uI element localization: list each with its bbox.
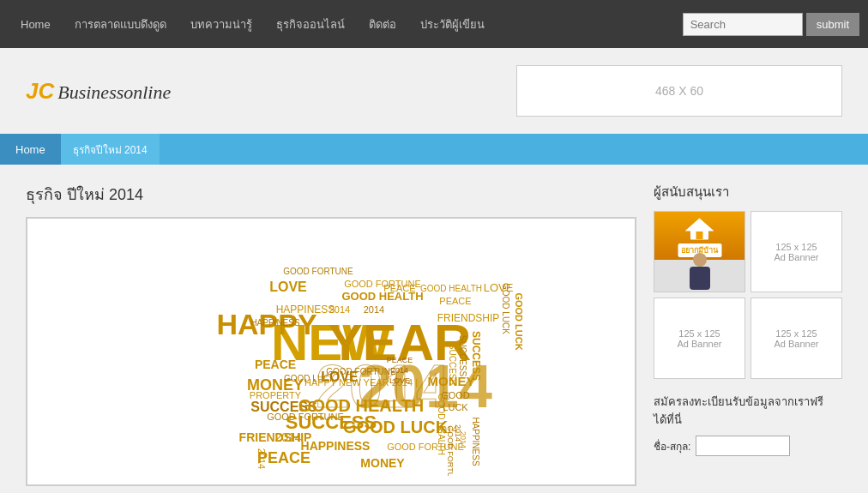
- newsletter-section: สมัครลงทะเบียนรับข้อมูลจากเราฟรีได้ที่นี…: [654, 393, 842, 456]
- ad-banner-featured[interactable]: อยากมีบ้าน: [654, 211, 745, 292]
- svg-text:SUCCESS: SUCCESS: [458, 335, 467, 377]
- nav-articles[interactable]: บทความน่ารู้: [178, 0, 264, 48]
- svg-text:HAPPINESS: HAPPINESS: [301, 439, 371, 453]
- nav-contact[interactable]: ติดต่อ: [357, 0, 408, 48]
- svg-text:2014: 2014: [391, 366, 408, 375]
- svg-text:GOOD FORTUNE: GOOD FORTUNE: [344, 279, 421, 289]
- svg-text:2014: 2014: [256, 448, 267, 469]
- svg-text:GOOD FORTUNE: GOOD FORTUNE: [446, 425, 455, 476]
- svg-text:GOOD LUCK: GOOD LUCK: [514, 292, 524, 350]
- logo-text: Businessonline: [57, 81, 171, 104]
- new-year-word-cloud: NEW YEAR HAPPY 2014 2014 GOOD HEALTH GOO…: [134, 227, 528, 476]
- svg-text:LOVE: LOVE: [389, 376, 410, 385]
- svg-text:2014: 2014: [329, 304, 350, 315]
- breadcrumb-home[interactable]: Home: [0, 134, 61, 165]
- breadcrumb-current[interactable]: ธุรกิจปีใหม่ 2014: [61, 134, 160, 165]
- logo-area: JC Businessonline: [26, 78, 171, 105]
- svg-text:HAPPINESS: HAPPINESS: [276, 304, 335, 316]
- ad-banner-1[interactable]: 125 x 125Ad Banner: [750, 211, 842, 292]
- search-input[interactable]: [683, 13, 803, 36]
- svg-text:PROPERTY: PROPERTY: [250, 390, 302, 400]
- svg-text:MONEY: MONEY: [360, 456, 405, 470]
- svg-text:GOOD FORTUNE: GOOD FORTUNE: [326, 367, 396, 376]
- ad-banner-2[interactable]: 125 x 125Ad Banner: [654, 298, 745, 379]
- left-column: ธุรกิจ ปีใหม่ 2014 NEW YEAR HAPPY 2014: [26, 182, 636, 486]
- svg-point-59: [693, 253, 707, 267]
- right-column: ผู้สนับสนุนเรา อยากม: [654, 182, 842, 486]
- svg-text:PEACE: PEACE: [255, 358, 296, 371]
- svg-text:2014: 2014: [459, 431, 467, 448]
- breadcrumb-bar: Home ธุรกิจปีใหม่ 2014: [0, 134, 868, 165]
- sidebar-sponsor-title: ผู้สนับสนุนเรา: [654, 182, 842, 202]
- page-wrapper: Home การตลาดแบบดึงดูด บทความน่ารู้ ธุรกิ…: [0, 0, 868, 493]
- svg-text:2014: 2014: [364, 304, 384, 315]
- page-title: ธุรกิจ ปีใหม่ 2014: [26, 182, 636, 207]
- navbar-right: submit: [683, 13, 859, 36]
- svg-text:GOOD HEALTH: GOOD HEALTH: [420, 284, 482, 293]
- svg-text:GOOD FORTUNE: GOOD FORTUNE: [283, 267, 353, 276]
- newsletter-name-label: ชื่อ-สกุล:: [654, 438, 690, 454]
- svg-text:MONEY: MONEY: [427, 374, 474, 388]
- newsletter-name-input[interactable]: [696, 436, 790, 456]
- header-section: JC Businessonline 468 X 60: [0, 48, 868, 134]
- svg-rect-60: [690, 267, 710, 290]
- main-area: JC Businessonline 468 X 60 Home ธุรกิจปี…: [0, 48, 868, 493]
- logo-jc: JC: [26, 78, 54, 105]
- newsletter-title: สมัครลงทะเบียนรับข้อมูลจากเราฟรีได้ที่นี…: [654, 393, 842, 429]
- svg-text:FRIENDSHIP: FRIENDSHIP: [437, 312, 500, 324]
- submit-button[interactable]: submit: [806, 13, 859, 36]
- svg-text:HAPPINESS: HAPPINESS: [250, 318, 300, 328]
- nav-profile[interactable]: ประวัติผู้เขียน: [408, 0, 497, 48]
- svg-text:PEACE: PEACE: [387, 356, 413, 364]
- nav-business[interactable]: ธุรกิจออนไลน์: [264, 0, 357, 48]
- svg-text:GOOD HEALTH: GOOD HEALTH: [437, 394, 446, 455]
- article-image-box: NEW YEAR HAPPY 2014 2014 GOOD HEALTH GOO…: [26, 217, 636, 486]
- newsletter-name-field: ชื่อ-สกุล:: [654, 436, 842, 456]
- svg-text:HAPPINESS: HAPPINESS: [471, 417, 480, 466]
- svg-text:PEACE: PEACE: [439, 296, 471, 306]
- svg-text:LOVE: LOVE: [269, 280, 307, 294]
- svg-rect-58: [696, 231, 703, 239]
- svg-text:GOOD HEALTH: GOOD HEALTH: [298, 396, 424, 415]
- banner-468[interactable]: 468 X 60: [516, 65, 842, 117]
- content-section: ธุรกิจ ปีใหม่ 2014 NEW YEAR HAPPY 2014: [0, 165, 868, 493]
- ad-banner-grid: อยากมีบ้าน: [654, 211, 842, 379]
- svg-text:LOVE: LOVE: [484, 281, 514, 294]
- navbar-left: Home การตลาดแบบดึงดูด บทความน่ารู้ ธุรกิ…: [9, 0, 497, 48]
- ad-banner-3[interactable]: 125 x 125Ad Banner: [750, 298, 842, 379]
- navbar: Home การตลาดแบบดึงดูด บทความน่ารู้ ธุรกิ…: [0, 0, 868, 48]
- svg-text:GOOD LUCK: GOOD LUCK: [343, 418, 449, 436]
- nav-marketing[interactable]: การตลาดแบบดึงดูด: [63, 0, 178, 48]
- nav-home[interactable]: Home: [9, 0, 63, 48]
